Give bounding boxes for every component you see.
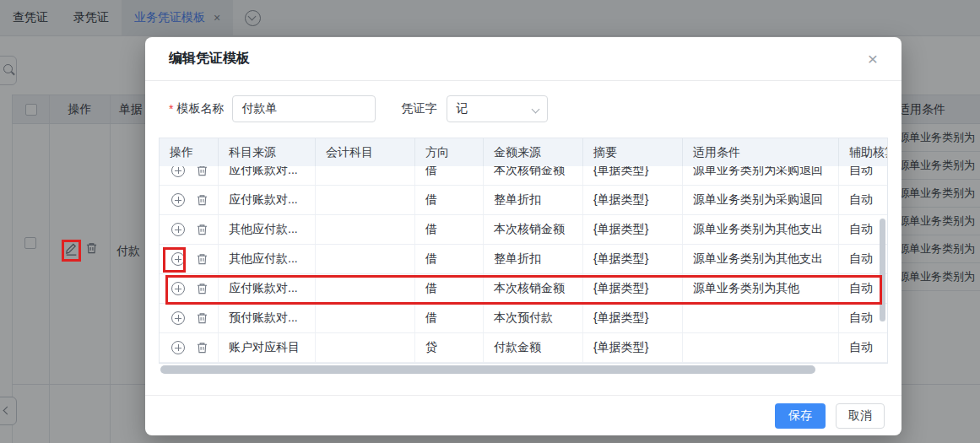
cell-subject-source: 应付账款对... [219, 186, 316, 214]
cell-summary: {单据类型} [583, 215, 683, 244]
cell-amount-source: 本次预付款 [484, 304, 583, 332]
template-table-body: 应付账款对...借本次核销金额{单据类型}源单业务类别为采购退回自动应付账款对.… [160, 166, 887, 363]
chevron-down-icon [532, 105, 540, 113]
table-vertical-scrollbar[interactable] [880, 219, 885, 321]
row-actions-cell [160, 186, 219, 214]
cell-account [316, 274, 415, 303]
cell-subject-source: 应付账款对... [219, 274, 316, 303]
add-row-icon[interactable] [171, 252, 185, 266]
add-row-icon[interactable] [171, 166, 185, 177]
cell-summary: {单据类型} [583, 186, 683, 214]
voucher-word-value: 记 [456, 101, 468, 116]
template-form: * 模板名称 付款单 凭证字 记 [169, 95, 548, 122]
row-actions-cell [160, 333, 219, 362]
cell-aux: 自动 [839, 166, 887, 185]
required-mark: * [169, 102, 173, 116]
add-row-icon[interactable] [171, 311, 185, 325]
delete-row-icon[interactable] [196, 311, 208, 325]
cell-condition [683, 304, 839, 332]
cell-summary: {单据类型} [583, 274, 683, 303]
edit-template-modal: 编辑凭证模板 × * 模板名称 付款单 凭证字 记 操作科目来源会计科目方向金额… [145, 37, 901, 435]
cell-aux: 自动 [839, 186, 887, 214]
delete-row-icon[interactable] [196, 193, 208, 207]
template-table-row: 账户对应科目贷付款金额{单据类型}自动 [160, 333, 887, 363]
cell-account [316, 333, 415, 362]
add-row-icon[interactable] [171, 282, 185, 295]
cell-amount-source: 整单折扣 [484, 245, 583, 273]
cell-summary: {单据类型} [583, 166, 683, 185]
row-actions-cell [160, 274, 219, 303]
cell-subject-source: 账户对应科目 [219, 333, 316, 362]
screen: 查凭证 录凭证 业务凭证模板 × 操作 单据 [0, 0, 980, 443]
cell-direction: 贷 [415, 333, 484, 362]
cancel-button[interactable]: 取消 [836, 403, 885, 429]
voucher-word-label: 凭证字 [401, 101, 436, 116]
table-horizontal-scrollbar-track [159, 365, 888, 374]
delete-row-icon[interactable] [196, 252, 208, 266]
row-actions-cell [160, 304, 219, 332]
cell-direction: 借 [415, 166, 484, 185]
template-table-row: 应付账款对...借本次核销金额{单据类型}源单业务类别为其他自动 [160, 274, 887, 304]
cell-account [316, 215, 415, 244]
cell-subject-source: 应付账款对... [219, 166, 316, 185]
cell-direction: 借 [415, 304, 484, 332]
row-actions-cell [160, 166, 219, 185]
cell-direction: 借 [415, 215, 484, 244]
save-button[interactable]: 保存 [775, 403, 826, 429]
cell-account [316, 245, 415, 273]
template-table-header: 操作科目来源会计科目方向金额来源摘要适用条件辅助核算 [160, 138, 888, 166]
row-actions-cell [160, 245, 219, 273]
cell-summary: {单据类型} [583, 304, 683, 332]
template-name-label: 模板名称 [176, 101, 224, 116]
column-header-4: 金额来源 [484, 138, 583, 166]
column-header-7: 辅助核算 [839, 138, 888, 166]
delete-row-icon[interactable] [196, 282, 208, 295]
column-header-6: 适用条件 [683, 138, 839, 166]
column-header-0: 操作 [160, 138, 219, 166]
cell-account [316, 304, 415, 332]
cell-subject-source: 其他应付款... [219, 215, 316, 244]
cell-account [316, 186, 415, 214]
cell-amount-source: 整单折扣 [484, 186, 583, 214]
cell-condition: 源单业务类别为采购退回 [683, 166, 839, 185]
delete-row-icon[interactable] [196, 223, 208, 236]
modal-footer: 保存 取消 [145, 395, 901, 435]
cell-summary: {单据类型} [583, 333, 683, 362]
cell-direction: 借 [415, 186, 484, 214]
template-table-row: 预付账款对...借本次预付款{单据类型}自动 [160, 304, 887, 333]
cell-amount-source: 本次核销金额 [484, 215, 583, 244]
voucher-word-select[interactable]: 记 [447, 95, 548, 122]
column-header-2: 会计科目 [316, 138, 415, 166]
cell-condition: 源单业务类别为采购退回 [683, 186, 839, 214]
cell-account [316, 166, 415, 185]
table-horizontal-scrollbar[interactable] [160, 365, 815, 374]
cell-condition: 源单业务类别为其他支出 [683, 245, 839, 273]
add-row-icon[interactable] [171, 223, 185, 236]
template-table-row: 应付账款对...借整单折扣{单据类型}源单业务类别为采购退回自动 [160, 186, 887, 215]
cell-amount-source: 本次核销金额 [484, 166, 583, 185]
delete-row-icon[interactable] [196, 341, 208, 354]
delete-row-icon[interactable] [196, 166, 208, 177]
modal-title: 编辑凭证模板 [169, 50, 250, 68]
modal-close-icon[interactable]: × [863, 49, 883, 69]
template-table-rows: 应付账款对...借本次核销金额{单据类型}源单业务类别为采购退回自动应付账款对.… [160, 166, 887, 363]
template-entry-table: 操作科目来源会计科目方向金额来源摘要适用条件辅助核算 应付账款对...借本次核销… [159, 138, 888, 364]
template-name-input[interactable]: 付款单 [232, 95, 376, 122]
template-table-row: 其他应付款...借整单折扣{单据类型}源单业务类别为其他支出自动 [160, 245, 887, 274]
cell-aux: 自动 [839, 333, 887, 362]
add-row-icon[interactable] [171, 193, 185, 207]
template-table-row: 其他应付款...借本次核销金额{单据类型}源单业务类别为其他支出自动 [160, 215, 887, 245]
template-table-row: 应付账款对...借本次核销金额{单据类型}源单业务类别为采购退回自动 [160, 166, 887, 186]
template-name-value: 付款单 [241, 101, 277, 116]
row-actions-cell [160, 215, 219, 244]
column-header-3: 方向 [415, 138, 484, 166]
cell-direction: 借 [415, 274, 484, 303]
cell-condition [683, 333, 839, 362]
cell-direction: 借 [415, 245, 484, 273]
add-row-icon[interactable] [171, 341, 185, 354]
cell-subject-source: 其他应付款... [219, 245, 316, 273]
cell-condition: 源单业务类别为其他 [683, 274, 839, 303]
column-header-1: 科目来源 [219, 138, 316, 166]
cell-amount-source: 付款金额 [484, 333, 583, 362]
cell-summary: {单据类型} [583, 245, 683, 273]
